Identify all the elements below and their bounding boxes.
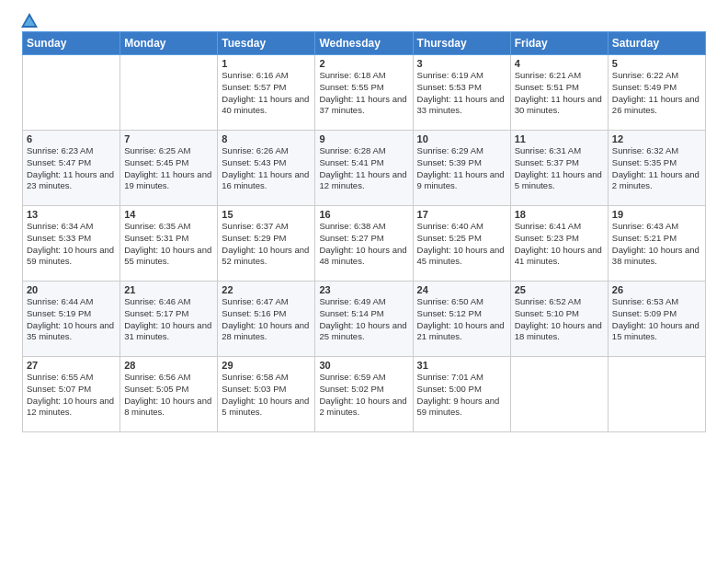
calendar-cell: 10Sunrise: 6:29 AM Sunset: 5:39 PM Dayli…: [413, 131, 510, 206]
day-number: 29: [222, 360, 311, 371]
day-info: Sunrise: 6:53 AM Sunset: 5:09 PM Dayligh…: [612, 296, 701, 343]
calendar-cell: 3Sunrise: 6:19 AM Sunset: 5:53 PM Daylig…: [413, 55, 510, 131]
day-info: Sunrise: 6:22 AM Sunset: 5:49 PM Dayligh…: [612, 70, 701, 117]
calendar-cell: 14Sunrise: 6:35 AM Sunset: 5:31 PM Dayli…: [120, 206, 218, 282]
day-header-saturday: Saturday: [608, 32, 705, 55]
day-info: Sunrise: 6:26 AM Sunset: 5:43 PM Dayligh…: [222, 145, 311, 192]
day-number: 9: [319, 133, 408, 144]
day-number: 15: [222, 209, 311, 220]
day-info: Sunrise: 6:40 AM Sunset: 5:25 PM Dayligh…: [417, 221, 506, 268]
day-number: 8: [222, 133, 311, 144]
day-info: Sunrise: 6:37 AM Sunset: 5:29 PM Dayligh…: [222, 221, 311, 268]
day-number: 22: [222, 284, 311, 295]
day-info: Sunrise: 6:46 AM Sunset: 5:17 PM Dayligh…: [124, 296, 213, 343]
day-number: 14: [124, 209, 213, 220]
day-header-tuesday: Tuesday: [218, 32, 315, 55]
day-info: Sunrise: 6:16 AM Sunset: 5:57 PM Dayligh…: [222, 70, 311, 117]
calendar-cell: 20Sunrise: 6:44 AM Sunset: 5:19 PM Dayli…: [23, 282, 120, 357]
day-info: Sunrise: 6:18 AM Sunset: 5:55 PM Dayligh…: [319, 70, 408, 117]
day-number: 26: [612, 284, 701, 295]
day-info: Sunrise: 6:21 AM Sunset: 5:51 PM Dayligh…: [515, 70, 604, 117]
calendar-cell: 26Sunrise: 6:53 AM Sunset: 5:09 PM Dayli…: [608, 282, 705, 357]
calendar-cell: 4Sunrise: 6:21 AM Sunset: 5:51 PM Daylig…: [510, 55, 608, 131]
day-number: 10: [417, 133, 506, 144]
day-info: Sunrise: 6:25 AM Sunset: 5:45 PM Dayligh…: [124, 145, 213, 192]
calendar-cell: 29Sunrise: 6:58 AM Sunset: 5:03 PM Dayli…: [218, 357, 315, 432]
day-info: Sunrise: 6:31 AM Sunset: 5:37 PM Dayligh…: [515, 145, 604, 192]
calendar-cell: 13Sunrise: 6:34 AM Sunset: 5:33 PM Dayli…: [23, 206, 120, 282]
day-number: 16: [319, 209, 408, 220]
day-number: 12: [612, 133, 701, 144]
day-info: Sunrise: 6:32 AM Sunset: 5:35 PM Dayligh…: [612, 145, 701, 192]
day-number: 6: [27, 133, 116, 144]
day-info: Sunrise: 6:58 AM Sunset: 5:03 PM Dayligh…: [222, 372, 311, 419]
day-info: Sunrise: 6:44 AM Sunset: 5:19 PM Dayligh…: [27, 296, 116, 343]
day-header-friday: Friday: [510, 32, 608, 55]
day-info: Sunrise: 6:34 AM Sunset: 5:33 PM Dayligh…: [27, 221, 116, 268]
day-number: 1: [222, 58, 311, 69]
day-number: 21: [124, 284, 213, 295]
calendar-cell: 19Sunrise: 6:43 AM Sunset: 5:21 PM Dayli…: [608, 206, 705, 282]
day-info: Sunrise: 6:28 AM Sunset: 5:41 PM Dayligh…: [319, 145, 408, 192]
calendar-cell: 1Sunrise: 6:16 AM Sunset: 5:57 PM Daylig…: [218, 55, 315, 131]
calendar-cell: 6Sunrise: 6:23 AM Sunset: 5:47 PM Daylig…: [23, 131, 120, 206]
day-number: 30: [319, 360, 408, 371]
day-number: 3: [417, 58, 506, 69]
calendar-cell: 18Sunrise: 6:41 AM Sunset: 5:23 PM Dayli…: [510, 206, 608, 282]
calendar-cell: 2Sunrise: 6:18 AM Sunset: 5:55 PM Daylig…: [315, 55, 413, 131]
day-number: 24: [417, 284, 506, 295]
calendar-cell: 12Sunrise: 6:32 AM Sunset: 5:35 PM Dayli…: [608, 131, 705, 206]
logo: [17, 11, 40, 26]
day-number: 31: [417, 360, 506, 371]
day-number: 7: [124, 133, 213, 144]
day-header-monday: Monday: [120, 32, 218, 55]
day-info: Sunrise: 6:23 AM Sunset: 5:47 PM Dayligh…: [27, 145, 116, 192]
calendar-cell: 11Sunrise: 6:31 AM Sunset: 5:37 PM Dayli…: [510, 131, 608, 206]
day-info: Sunrise: 6:43 AM Sunset: 5:21 PM Dayligh…: [612, 221, 701, 268]
calendar-cell: 8Sunrise: 6:26 AM Sunset: 5:43 PM Daylig…: [218, 131, 315, 206]
calendar-cell: 23Sunrise: 6:49 AM Sunset: 5:14 PM Dayli…: [315, 282, 413, 357]
calendar-cell: [120, 55, 218, 131]
calendar-cell: 24Sunrise: 6:50 AM Sunset: 5:12 PM Dayli…: [413, 282, 510, 357]
calendar-cell: 5Sunrise: 6:22 AM Sunset: 5:49 PM Daylig…: [608, 55, 705, 131]
day-number: 2: [319, 58, 408, 69]
day-header-wednesday: Wednesday: [315, 32, 413, 55]
calendar-cell: 22Sunrise: 6:47 AM Sunset: 5:16 PM Dayli…: [218, 282, 315, 357]
day-info: Sunrise: 6:19 AM Sunset: 5:53 PM Dayligh…: [417, 70, 506, 117]
header: [0, 0, 728, 31]
calendar-cell: 25Sunrise: 6:52 AM Sunset: 5:10 PM Dayli…: [510, 282, 608, 357]
calendar-cell: 17Sunrise: 6:40 AM Sunset: 5:25 PM Dayli…: [413, 206, 510, 282]
calendar-cell: [510, 357, 608, 432]
calendar-cell: 31Sunrise: 7:01 AM Sunset: 5:00 PM Dayli…: [413, 357, 510, 432]
day-number: 23: [319, 284, 408, 295]
day-info: Sunrise: 7:01 AM Sunset: 5:00 PM Dayligh…: [417, 372, 506, 419]
day-info: Sunrise: 6:50 AM Sunset: 5:12 PM Dayligh…: [417, 296, 506, 343]
day-header-sunday: Sunday: [23, 32, 120, 55]
day-info: Sunrise: 6:56 AM Sunset: 5:05 PM Dayligh…: [124, 372, 213, 419]
day-info: Sunrise: 6:59 AM Sunset: 5:02 PM Dayligh…: [319, 372, 408, 419]
day-info: Sunrise: 6:35 AM Sunset: 5:31 PM Dayligh…: [124, 221, 213, 268]
day-info: Sunrise: 6:52 AM Sunset: 5:10 PM Dayligh…: [515, 296, 604, 343]
calendar-cell: [23, 55, 120, 131]
day-number: 4: [515, 58, 604, 69]
day-info: Sunrise: 6:29 AM Sunset: 5:39 PM Dayligh…: [417, 145, 506, 192]
day-number: 18: [515, 209, 604, 220]
logo-icon: [19, 11, 40, 31]
day-info: Sunrise: 6:47 AM Sunset: 5:16 PM Dayligh…: [222, 296, 311, 343]
calendar-cell: 28Sunrise: 6:56 AM Sunset: 5:05 PM Dayli…: [120, 357, 218, 432]
day-number: 17: [417, 209, 506, 220]
day-number: 13: [27, 209, 116, 220]
page: SundayMondayTuesdayWednesdayThursdayFrid…: [0, 0, 728, 563]
day-number: 20: [27, 284, 116, 295]
calendar-cell: [608, 357, 705, 432]
day-header-thursday: Thursday: [413, 32, 510, 55]
calendar-cell: 15Sunrise: 6:37 AM Sunset: 5:29 PM Dayli…: [218, 206, 315, 282]
day-number: 27: [27, 360, 116, 371]
day-info: Sunrise: 6:41 AM Sunset: 5:23 PM Dayligh…: [515, 221, 604, 268]
calendar-cell: 27Sunrise: 6:55 AM Sunset: 5:07 PM Dayli…: [23, 357, 120, 432]
calendar-cell: 9Sunrise: 6:28 AM Sunset: 5:41 PM Daylig…: [315, 131, 413, 206]
calendar: SundayMondayTuesdayWednesdayThursdayFrid…: [22, 31, 706, 432]
calendar-cell: 16Sunrise: 6:38 AM Sunset: 5:27 PM Dayli…: [315, 206, 413, 282]
day-number: 11: [515, 133, 604, 144]
calendar-cell: 7Sunrise: 6:25 AM Sunset: 5:45 PM Daylig…: [120, 131, 218, 206]
